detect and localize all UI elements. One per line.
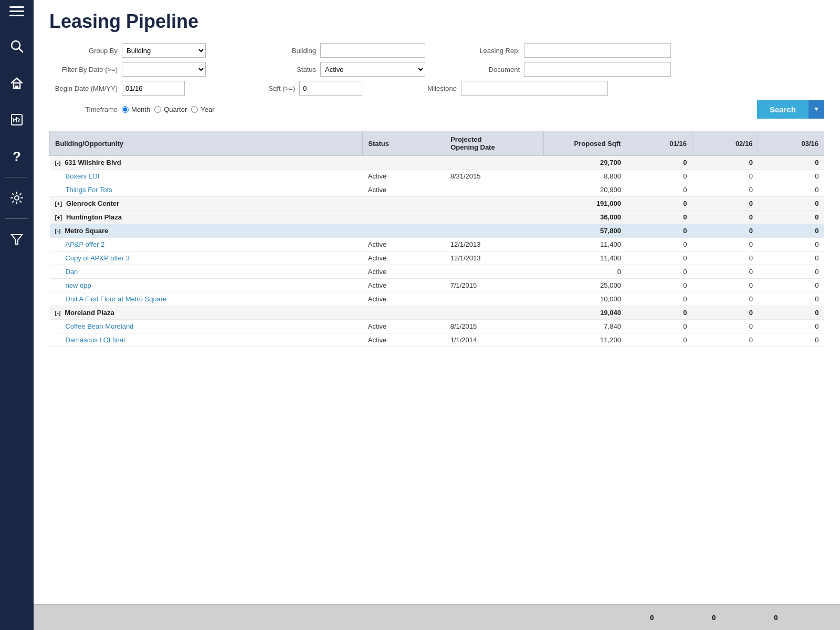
opportunity-0316-cell: 0: [758, 265, 824, 279]
opportunity-status-cell: Active: [363, 333, 445, 347]
opportunity-name-cell[interactable]: Copy of AP&P offer 3: [50, 251, 363, 265]
opportunity-date-cell: 1/1/2014: [445, 333, 544, 347]
building-input[interactable]: [320, 43, 425, 58]
building-name-cell[interactable]: [+] Huntington Plaza: [50, 211, 363, 224]
opportunity-0216-cell: 0: [692, 279, 758, 292]
building-date-cell: [445, 224, 544, 238]
opportunity-date-cell: [445, 292, 544, 306]
building-name-cell[interactable]: [-] Metro Square: [50, 224, 363, 238]
svg-line-1: [19, 48, 23, 52]
building-0116-cell: 0: [626, 156, 692, 170]
opportunity-sqft-cell: 11,200: [544, 333, 626, 347]
building-status-cell: [363, 156, 445, 170]
opportunity-status-cell: Active: [363, 251, 445, 265]
building-name-cell[interactable]: [-] Moreland Plaza: [50, 306, 363, 320]
timeframe-quarter-radio[interactable]: [154, 106, 161, 113]
hamburger-menu-button[interactable]: [0, 0, 34, 23]
building-row: [+] Huntington Plaza 36,000 0 0 0: [50, 211, 824, 224]
filter-row-3: Begin Date (MM/YY) 01/16 Sqft (>=) 0 Mil…: [49, 81, 824, 96]
opportunity-0216-cell: 0: [692, 183, 758, 197]
document-input[interactable]: [524, 62, 671, 77]
sidebar-divider-2: [5, 218, 29, 219]
leasing-rep-input[interactable]: [524, 43, 671, 58]
sidebar-item-settings[interactable]: [0, 180, 34, 216]
opportunity-name-cell[interactable]: Unit A First Floor at Metro Square: [50, 292, 363, 306]
building-sqft-cell: 29,700: [544, 156, 626, 170]
sqft-input[interactable]: 0: [299, 81, 362, 96]
filter-date-select[interactable]: [122, 62, 206, 77]
sidebar: ?: [0, 0, 34, 630]
opportunity-name-cell[interactable]: Things For Tots: [50, 183, 363, 197]
bottom-bar-0116-cell: 0: [592, 614, 654, 622]
building-sqft-cell: 191,000: [544, 197, 626, 211]
col-header-proposed-sqft: Proposed Sqft: [544, 131, 626, 156]
opportunity-name-cell[interactable]: Boxers LOI: [50, 170, 363, 183]
building-sqft-cell: 36,000: [544, 211, 626, 224]
opportunity-sqft-cell: 20,900: [544, 183, 626, 197]
building-0116-cell: 0: [626, 211, 692, 224]
group-by-select[interactable]: Building Status Leasing Rep: [122, 43, 206, 58]
timeframe-year-label: Year: [201, 106, 214, 113]
expand-icon[interactable]: [-]: [55, 310, 61, 316]
document-filter: Document: [467, 62, 671, 77]
opportunity-name-cell[interactable]: AP&P offer 2: [50, 238, 363, 251]
status-select[interactable]: Active Inactive All: [320, 62, 425, 77]
opportunity-status-cell: Active: [363, 279, 445, 292]
sidebar-item-reports[interactable]: [0, 101, 34, 138]
table-header-row: Building/Opportunity Status ProjectedOpe…: [50, 131, 824, 156]
building-name-cell[interactable]: [-] 631 Wilshire Blvd: [50, 156, 363, 170]
building-0316-cell: 0: [758, 156, 824, 170]
sidebar-item-home[interactable]: [0, 65, 34, 101]
opportunity-sqft-cell: 7,840: [544, 320, 626, 333]
opportunity-0316-cell: 0: [758, 183, 824, 197]
expand-icon[interactable]: [+]: [55, 214, 62, 220]
building-0116-cell: 0: [626, 224, 692, 238]
opportunity-status-cell: Active: [363, 183, 445, 197]
opportunity-name-cell[interactable]: Dan: [50, 265, 363, 279]
building-name-cell[interactable]: [+] Glenrock Center: [50, 197, 363, 211]
opportunity-0116-cell: 0: [626, 333, 692, 347]
search-extra-button[interactable]: [808, 100, 824, 119]
building-label: Building: [248, 47, 316, 55]
opportunity-0216-cell: 0: [692, 292, 758, 306]
milestone-filter: Milestone: [404, 81, 608, 96]
expand-icon[interactable]: [-]: [55, 160, 61, 166]
group-by-label: Group By: [49, 47, 118, 55]
timeframe-year-option[interactable]: Year: [191, 106, 214, 113]
sidebar-item-filter[interactable]: [0, 221, 34, 258]
opportunity-status-cell: Active: [363, 320, 445, 333]
building-status-cell: [363, 197, 445, 211]
sidebar-divider: [5, 177, 29, 177]
opportunity-0216-cell: 0: [692, 238, 758, 251]
building-0316-cell: 0: [758, 224, 824, 238]
opportunity-status-cell: Active: [363, 170, 445, 183]
status-filter: Status Active Inactive All: [248, 62, 425, 77]
leasing-rep-filter: Leasing Rep.: [467, 43, 671, 58]
building-0316-cell: 0: [758, 306, 824, 320]
search-button[interactable]: Search: [757, 100, 808, 119]
opportunity-0116-cell: 0: [626, 170, 692, 183]
expand-icon[interactable]: [-]: [55, 228, 61, 234]
opportunity-0116-cell: 0: [626, 279, 692, 292]
timeframe-quarter-option[interactable]: Quarter: [154, 106, 187, 113]
filter-row-1: Group By Building Status Leasing Rep Bui…: [49, 43, 824, 58]
sqft-label: Sqft (>=): [227, 85, 295, 92]
opportunity-name-cell[interactable]: Coffee Bean Moreland: [50, 320, 363, 333]
bottom-bar-0216-cell: 0: [654, 614, 716, 622]
opportunity-row: new opp Active 7/1/2015 25,000 0 0 0: [50, 279, 824, 292]
timeframe-year-radio[interactable]: [191, 106, 198, 113]
expand-icon[interactable]: [+]: [55, 201, 62, 207]
milestone-input[interactable]: [461, 81, 608, 96]
timeframe-month-option[interactable]: Month: [122, 106, 150, 113]
opportunity-0316-cell: 0: [758, 333, 824, 347]
opportunity-row: Dan Active 0 0 0 0: [50, 265, 824, 279]
timeframe-month-radio[interactable]: [122, 106, 129, 113]
sidebar-item-search[interactable]: [0, 28, 34, 65]
col-header-0116: 01/16: [626, 131, 692, 156]
bottom-bar-0316-cell: 0: [716, 614, 778, 622]
begin-date-input[interactable]: 01/16: [122, 81, 185, 96]
sidebar-item-help[interactable]: ?: [0, 138, 34, 175]
opportunity-name-cell[interactable]: new opp: [50, 279, 363, 292]
opportunity-sqft-cell: 11,400: [544, 251, 626, 265]
opportunity-name-cell[interactable]: Damascus LOI final: [50, 333, 363, 347]
